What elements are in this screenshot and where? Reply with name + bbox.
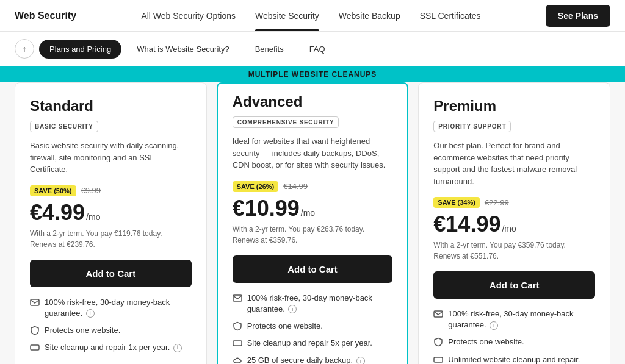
price-main: €14.99 xyxy=(433,212,500,237)
feature-list: 100% risk-free, 30-day money-back guaran… xyxy=(30,297,192,354)
plan-description: Basic website security with daily scanni… xyxy=(30,140,192,176)
feature-item: 25 GB of secure daily backup. i xyxy=(233,355,393,364)
info-icon[interactable]: i xyxy=(356,357,365,364)
add-to-cart-button[interactable]: Add to Cart xyxy=(30,260,192,287)
feature-item: Protects one website. xyxy=(433,337,595,348)
save-row: SAVE (26%) €14.99 xyxy=(233,181,393,192)
plan-name: Premium xyxy=(433,98,595,115)
feature-text: 25 GB of secure daily backup. i xyxy=(247,355,365,364)
add-to-cart-button[interactable]: Add to Cart xyxy=(433,271,595,299)
info-icon[interactable]: i xyxy=(86,309,95,318)
plan-name: Standard xyxy=(30,98,192,115)
see-plans-button[interactable]: See Plans xyxy=(546,5,610,27)
nav-item-all-web-security-options[interactable]: All Web Security Options xyxy=(141,11,236,21)
nav-item-website-backup[interactable]: Website Backup xyxy=(339,11,400,21)
save-badge: SAVE (50%) xyxy=(30,185,76,196)
nav-item-website-security[interactable]: Website Security xyxy=(255,11,319,21)
feature-text: Unlimited website cleanup and repair. xyxy=(448,354,580,364)
plan-tag: PRIORITY SUPPORT xyxy=(433,121,511,132)
shield-icon xyxy=(433,337,443,347)
feature-item: 100% risk-free, 30-day money-back guaran… xyxy=(30,297,192,319)
feature-list: 100% risk-free, 30-day money-back guaran… xyxy=(233,293,393,365)
info-icon[interactable]: i xyxy=(173,344,182,352)
subnav-pill-faq[interactable]: FAQ xyxy=(299,40,336,59)
site-logo: Web Security xyxy=(15,10,76,21)
svg-rect-0 xyxy=(31,299,39,305)
plan-tag: BASIC SECURITY xyxy=(30,121,98,132)
plan-name: Advanced xyxy=(233,93,393,110)
plan-card-advanced: Advanced COMPREHENSIVE SECURITY Ideal fo… xyxy=(217,82,409,364)
promo-banner: MULTIPLE WEBSITE CLEANUPS xyxy=(0,66,625,82)
plan-tag: COMPREHENSIVE SECURITY xyxy=(233,116,339,128)
wrench-icon xyxy=(30,343,40,352)
feature-text: 100% risk-free, 30-day money-back guaran… xyxy=(448,309,595,330)
wrench-icon xyxy=(433,355,443,364)
original-price: €22.99 xyxy=(485,198,509,207)
svg-rect-2 xyxy=(233,295,242,301)
subnav-pill-plans-and-pricing[interactable]: Plans and Pricing xyxy=(39,40,121,59)
price-per: /mo xyxy=(502,224,516,234)
price-terms: With a 2-yr term. You pay €119.76 today.… xyxy=(30,228,192,250)
feature-item: Protects one website. xyxy=(30,325,192,336)
email-icon xyxy=(233,293,242,303)
plan-card-premium: Premium PRIORITY SUPPORT Our best plan. … xyxy=(418,82,610,364)
sub-nav: ↑ Plans and PricingWhat is Website Secur… xyxy=(0,32,625,66)
subnav-pill-what-is-website-security?[interactable]: What is Website Security? xyxy=(126,40,239,59)
cloud-icon xyxy=(233,355,242,364)
info-icon[interactable]: i xyxy=(490,321,498,330)
pricing-section: Standard BASIC SECURITY Basic website se… xyxy=(0,82,625,364)
price-row: €10.99 /mo xyxy=(233,196,393,221)
save-row: SAVE (50%) €9.99 xyxy=(30,185,192,196)
info-icon[interactable]: i xyxy=(288,305,297,313)
plan-description: Ideal for websites that want heightened … xyxy=(233,135,393,171)
feature-text: Site cleanup and repair 1x per year. i xyxy=(45,342,182,353)
email-icon xyxy=(433,309,443,319)
price-row: €14.99 /mo xyxy=(433,212,595,237)
feature-item: 100% risk-free, 30-day money-back guaran… xyxy=(233,293,393,315)
svg-rect-3 xyxy=(233,341,242,346)
price-per: /mo xyxy=(86,212,100,222)
subnav-pill-benefits[interactable]: Benefits xyxy=(245,40,294,59)
scroll-up-button[interactable]: ↑ xyxy=(15,39,34,59)
feature-item: Protects one website. xyxy=(233,321,393,332)
shield-icon xyxy=(30,326,40,335)
original-price: €9.99 xyxy=(81,186,101,195)
feature-text: Site cleanup and repair 5x per year. xyxy=(247,338,372,349)
feature-item: Site cleanup and repair 1x per year. i xyxy=(30,342,192,353)
feature-text: 100% risk-free, 30-day money-back guaran… xyxy=(247,293,393,315)
email-icon xyxy=(30,298,40,307)
price-main: €4.99 xyxy=(30,200,85,226)
save-badge: SAVE (34%) xyxy=(433,197,480,208)
feature-text: Protects one website. xyxy=(45,325,120,336)
add-to-cart-button[interactable]: Add to Cart xyxy=(233,255,393,283)
nav-item-ssl-certificates[interactable]: SSL Certificates xyxy=(420,11,481,21)
pricing-grid: Standard BASIC SECURITY Basic website se… xyxy=(15,82,610,364)
original-price: €14.99 xyxy=(283,182,308,191)
plan-card-standard: Standard BASIC SECURITY Basic website se… xyxy=(15,82,207,364)
svg-rect-7 xyxy=(434,357,443,362)
wrench-icon xyxy=(233,338,242,348)
price-main: €10.99 xyxy=(233,196,300,221)
main-nav: All Web Security OptionsWebsite Security… xyxy=(141,11,480,21)
price-per: /mo xyxy=(301,208,315,218)
feature-text: 100% risk-free, 30-day money-back guaran… xyxy=(45,297,192,319)
header: Web Security All Web Security OptionsWeb… xyxy=(0,0,625,32)
svg-rect-6 xyxy=(434,311,443,317)
price-terms: With a 2-yr term. You pay €263.76 today.… xyxy=(233,224,393,246)
feature-text: Protects one website. xyxy=(247,321,323,332)
feature-item: Unlimited website cleanup and repair. xyxy=(433,354,595,364)
feature-item: 100% risk-free, 30-day money-back guaran… xyxy=(433,309,595,330)
plan-description: Our best plan. Perfect for brand and eco… xyxy=(433,140,595,187)
feature-list: 100% risk-free, 30-day money-back guaran… xyxy=(433,309,595,364)
feature-text: Protects one website. xyxy=(448,337,524,348)
save-row: SAVE (34%) €22.99 xyxy=(433,197,595,208)
price-row: €4.99 /mo xyxy=(30,200,192,226)
save-badge: SAVE (26%) xyxy=(233,181,279,192)
svg-rect-1 xyxy=(31,345,39,350)
shield-icon xyxy=(233,321,242,331)
feature-item: Site cleanup and repair 5x per year. xyxy=(233,338,393,349)
price-terms: With a 2-yr term. You pay €359.76 today.… xyxy=(433,240,595,262)
